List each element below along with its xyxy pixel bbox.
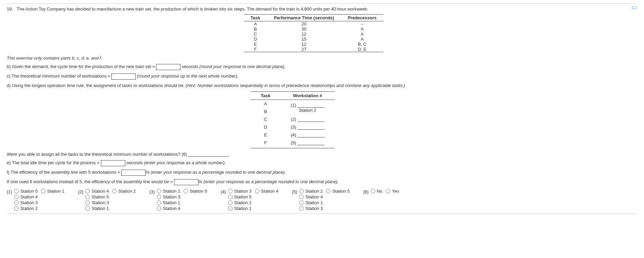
table-cell: 12 bbox=[267, 42, 341, 47]
input-idle-time[interactable] bbox=[101, 160, 125, 166]
input-min-workstations[interactable] bbox=[111, 73, 136, 80]
option-group-2: (2) Station 4 Station 5 Station 3 Statio… bbox=[78, 189, 136, 211]
radio-icon bbox=[157, 195, 161, 199]
radio-icon bbox=[371, 189, 375, 193]
opt-num: (2) bbox=[78, 189, 84, 194]
radio-item[interactable]: Station 2 bbox=[112, 189, 136, 194]
ws-task: F bbox=[251, 139, 281, 148]
radio-item[interactable]: Station 4 bbox=[255, 189, 278, 194]
table-cell: B, C bbox=[341, 42, 383, 47]
blank-2[interactable] bbox=[297, 117, 324, 122]
opt-label: Station 4 bbox=[261, 189, 278, 194]
opt-label: Station 3 bbox=[305, 206, 323, 211]
part-g-text: If one used 6 workstations instead of 5,… bbox=[7, 179, 173, 185]
table-cell: 20 bbox=[267, 21, 341, 27]
part-d-text: d) Using the longest operation time rule… bbox=[7, 83, 185, 88]
part-d: d) Using the longest operation time rule… bbox=[7, 83, 637, 88]
table-cell: A bbox=[341, 37, 383, 42]
option-group-5: (5) Station 2 Station 4 Station 1 Statio… bbox=[292, 189, 350, 211]
radio-item[interactable]: Station 2 bbox=[299, 189, 323, 194]
part-b-text: b) Given the demand, the cycle time for … bbox=[7, 64, 155, 69]
radio-item[interactable]: Station 3 bbox=[299, 206, 323, 211]
part-e: e) The total idle time per cycle for the… bbox=[7, 160, 637, 166]
radio-item[interactable]: Station 4 bbox=[299, 194, 323, 199]
blank-4[interactable] bbox=[297, 133, 324, 137]
radio-item[interactable]: Station 5 bbox=[228, 194, 252, 199]
part-g-unit: % bbox=[198, 179, 202, 185]
table-cell: C bbox=[244, 31, 267, 37]
radio-item[interactable]: Station 2 bbox=[228, 200, 252, 205]
opt-label: Station 3 bbox=[234, 189, 252, 194]
radio-item[interactable]: Station 5 bbox=[85, 194, 109, 199]
radio-item[interactable]: Station 3 bbox=[85, 200, 109, 205]
table-cell: A bbox=[341, 31, 383, 37]
radio-item[interactable]: Station 3 bbox=[157, 194, 180, 199]
opt-label: Station 4 bbox=[163, 206, 180, 211]
ws-label: (3) bbox=[291, 125, 296, 130]
part-c-hint: (round your response up to the next whol… bbox=[137, 73, 238, 79]
blank-3[interactable] bbox=[297, 125, 324, 130]
radio-icon bbox=[228, 189, 233, 193]
ws-label: (4) bbox=[291, 132, 296, 137]
radio-item[interactable]: Station 1 bbox=[41, 189, 64, 194]
radio-item[interactable]: Station 5 bbox=[326, 189, 349, 194]
radio-item[interactable]: Station 5 bbox=[14, 189, 38, 194]
opt-label: Station 2 bbox=[234, 200, 252, 205]
input-efficiency-6[interactable] bbox=[174, 179, 198, 185]
part-f-unit: % bbox=[146, 170, 150, 175]
opt-label: Station 5 bbox=[20, 189, 38, 194]
ws-cell: (1) Station 2 bbox=[281, 100, 335, 116]
opt-label: Station 2 bbox=[119, 189, 136, 194]
opt-label: Station 5 bbox=[332, 189, 349, 194]
exercise-note: This exercise only contains parts b, c, … bbox=[7, 56, 637, 61]
task-table: Task Performance Time (seconds) Predeces… bbox=[244, 14, 383, 52]
question-header: 19. The Action Toy Company has decided t… bbox=[7, 6, 637, 12]
input-cycle-time[interactable] bbox=[156, 64, 180, 70]
radio-item[interactable]: Station 3 bbox=[228, 189, 252, 194]
col-task2: Task bbox=[251, 92, 281, 100]
radio-icon bbox=[228, 206, 233, 211]
radio-item[interactable]: Station 4 bbox=[157, 206, 180, 211]
radio-item[interactable]: Station 5 bbox=[184, 189, 207, 194]
part-b-hint: (round your response to one decimal plac… bbox=[199, 64, 285, 69]
opt-num: (5) bbox=[292, 189, 297, 194]
bookmark-icon bbox=[632, 6, 637, 12]
opt-label: Station 4 bbox=[91, 189, 109, 194]
radio-item[interactable]: Station 1 bbox=[157, 200, 180, 205]
radio-item[interactable]: Station 4 bbox=[85, 189, 109, 194]
part-b: b) Given the demand, the cycle time for … bbox=[7, 64, 637, 70]
part-c: c) The theoretical minimum number of wor… bbox=[7, 73, 637, 80]
table-cell: 30 bbox=[267, 26, 341, 31]
part-b-unit: seconds bbox=[182, 64, 198, 69]
radio-icon bbox=[299, 206, 304, 211]
radio-item[interactable]: Station 4 bbox=[14, 194, 38, 199]
opt-num: (1) bbox=[7, 189, 12, 194]
table-cell: F bbox=[244, 47, 267, 52]
option-group-1: (1) Station 5 Station 4 Station 3 Statio… bbox=[7, 189, 65, 211]
radio-icon bbox=[299, 195, 304, 199]
opt-label: Station 2 bbox=[20, 206, 38, 211]
blank-6[interactable] bbox=[188, 152, 229, 157]
input-efficiency-5[interactable] bbox=[121, 170, 146, 176]
radio-item[interactable]: Station 3 bbox=[14, 200, 38, 205]
radio-item[interactable]: Station 1 bbox=[228, 206, 252, 211]
question-text: The Action Toy Company has decided to ma… bbox=[17, 6, 368, 12]
radio-item[interactable]: Station 2 bbox=[14, 206, 38, 211]
radio-icon bbox=[85, 200, 90, 205]
radio-item[interactable]: Station 2 bbox=[157, 189, 180, 194]
radio-icon bbox=[255, 189, 259, 193]
radio-item[interactable]: Yes bbox=[386, 189, 399, 194]
blank-1[interactable] bbox=[297, 103, 324, 108]
opt-num: (3) bbox=[149, 189, 155, 194]
radio-icon bbox=[14, 189, 19, 193]
opt-num: (6) bbox=[363, 189, 369, 194]
opt-label: Station 5 bbox=[91, 194, 109, 199]
ws-cell: (5) bbox=[281, 139, 335, 148]
radio-item[interactable]: No bbox=[371, 189, 383, 194]
ws-task: E bbox=[251, 131, 281, 139]
radio-icon bbox=[14, 200, 19, 205]
ws-cell: (3) bbox=[281, 123, 335, 131]
blank-5[interactable] bbox=[297, 141, 324, 145]
radio-item[interactable]: Station 1 bbox=[85, 206, 109, 211]
radio-item[interactable]: Station 1 bbox=[299, 200, 323, 205]
